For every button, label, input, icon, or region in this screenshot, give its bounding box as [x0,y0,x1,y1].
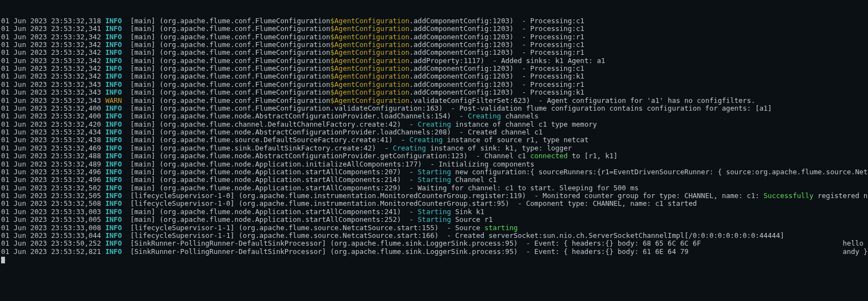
log-level: INFO [105,247,122,256]
log-line: 01 Jun 2023 23:53:32,342 INFO [main] (or… [1,49,867,56]
log-line: 01 Jun 2023 23:53:32,420 INFO [main] (or… [1,121,867,128]
log-line: 01 Jun 2023 23:53:32,342 INFO [main] (or… [1,41,867,49]
log-line: 01 Jun 2023 23:53:32,342 INFO [main] (or… [1,33,867,41]
log-line: 01 Jun 2023 23:53:32,502 INFO [main] (or… [1,184,867,192]
log-level: INFO [105,120,122,128]
log-level: INFO [105,239,122,247]
log-line: 01 Jun 2023 23:53:32,341 INFO [main] (or… [1,25,867,33]
log-line: 01 Jun 2023 23:53:32,342 INFO [main] (or… [1,65,867,72]
log-line: 01 Jun 2023 23:53:33,003 INFO [main] (or… [1,208,867,216]
log-level: INFO [105,175,122,184]
log-level: INFO [105,48,122,56]
log-line: 01 Jun 2023 23:53:33,005 INFO [main] (or… [1,216,867,224]
log-level: INFO [105,199,122,207]
log-level: INFO [105,136,122,144]
log-level: INFO [105,160,122,168]
log-line: 01 Jun 2023 23:53:32,318 INFO [main] (or… [1,17,867,25]
log-level: INFO [105,40,122,49]
log-level: INFO [105,168,122,176]
log-line: 01 Jun 2023 23:53:32,342 INFO [main] (or… [1,57,867,65]
log-level: INFO [105,112,122,120]
log-level: INFO [105,24,122,33]
log-level: INFO [105,128,122,136]
log-output[interactable]: 01 Jun 2023 23:53:32,318 INFO [main] (or… [1,17,867,256]
log-level: INFO [105,33,122,41]
log-line: 01 Jun 2023 23:53:32,400 INFO [main] (or… [1,112,867,120]
cursor-icon [1,257,5,263]
log-line: 01 Jun 2023 23:53:32,343 INFO [main] (or… [1,81,867,89]
log-level: INFO [105,224,122,232]
log-line: 01 Jun 2023 23:53:52,821 INFO [SinkRunne… [1,248,867,256]
log-line: 01 Jun 2023 23:53:32,343 WARN [main] (or… [1,97,867,105]
log-level: INFO [105,17,122,25]
log-line: 01 Jun 2023 23:53:32,343 INFO [main] (or… [1,89,867,96]
log-line: 01 Jun 2023 23:53:32,496 INFO [main] (or… [1,168,867,176]
log-level: INFO [105,64,122,72]
log-line: 01 Jun 2023 23:53:33,008 INFO [lifecycle… [1,224,867,232]
log-level: INFO [105,184,122,192]
log-level: INFO [105,207,122,216]
log-line: 01 Jun 2023 23:53:32,505 INFO [lifecycle… [1,192,867,200]
log-line: 01 Jun 2023 23:53:32,438 INFO [main] (or… [1,136,867,144]
log-line: 01 Jun 2023 23:53:32,342 INFO [main] (or… [1,72,867,80]
log-level: INFO [105,72,122,80]
log-line: 01 Jun 2023 23:53:50,252 INFO [SinkRunne… [1,240,867,247]
log-line: 01 Jun 2023 23:53:32,469 INFO [main] (or… [1,144,867,152]
log-level: INFO [105,80,122,89]
log-level: INFO [105,88,122,96]
log-line: 01 Jun 2023 23:53:32,488 INFO [main] (or… [1,152,867,160]
log-level: INFO [105,104,122,112]
log-level: INFO [105,152,122,160]
log-level: INFO [105,56,122,65]
log-line: 01 Jun 2023 23:53:32,400 INFO [main] (or… [1,105,867,112]
log-level: INFO [105,215,122,224]
log-level: INFO [105,191,122,200]
log-line: 01 Jun 2023 23:53:32,434 INFO [main] (or… [1,128,867,136]
log-line: 01 Jun 2023 23:53:33,044 INFO [lifecycle… [1,232,867,240]
log-level: INFO [105,144,122,152]
log-line: 01 Jun 2023 23:53:32,496 INFO [main] (or… [1,176,867,184]
log-level: INFO [105,231,122,240]
log-level: WARN [105,96,122,105]
log-line: 01 Jun 2023 23:53:32,489 INFO [main] (or… [1,160,867,168]
log-line: 01 Jun 2023 23:53:32,508 INFO [lifecycle… [1,200,867,207]
